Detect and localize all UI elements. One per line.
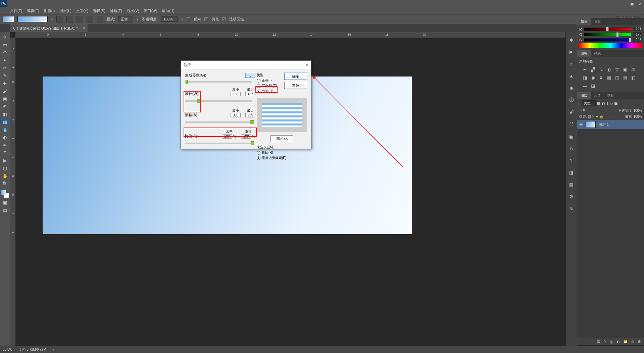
tab-styles[interactable]: 样式 [591, 50, 604, 57]
dodge-tool[interactable]: ◐ [1, 134, 9, 141]
layer-thumb[interactable] [586, 121, 596, 128]
maximize-button[interactable]: ▣ [628, 1, 636, 7]
close-button[interactable]: ✕ [636, 1, 644, 7]
dither-checkbox[interactable] [204, 17, 208, 21]
b-value[interactable]: 243 [633, 38, 642, 42]
layer-opacity-value[interactable]: 100% [633, 109, 642, 112]
screen-mode-toggle[interactable]: ▤ [1, 207, 9, 213]
move-tool[interactable]: ✥ [1, 34, 9, 40]
eraser-tool[interactable]: ◧ [1, 111, 9, 117]
threshold-icon[interactable]: ◧ [630, 74, 636, 81]
posterize-icon[interactable]: ▤ [622, 74, 628, 81]
layer-fx-icon[interactable]: fx [603, 340, 606, 344]
layer-group-icon[interactable]: 📁 [623, 340, 628, 344]
filter-pixel-icon[interactable]: ▦ [597, 101, 600, 106]
wavelength-min-input[interactable] [231, 92, 241, 96]
color-spectrum[interactable] [579, 43, 642, 48]
info-panel-icon[interactable]: ⓘ [568, 97, 575, 103]
menu-file[interactable]: 文件(F) [10, 8, 22, 13]
generators-input[interactable] [245, 73, 255, 78]
layer-mask-icon[interactable]: ◫ [610, 340, 613, 344]
brush-panel-icon[interactable]: 🖌 [568, 109, 575, 115]
menu-view[interactable]: 视图(V) [127, 8, 139, 13]
menu-window[interactable]: 窗口(W) [144, 8, 157, 13]
actions-panel-icon[interactable]: ▶ [568, 48, 575, 55]
tab-color[interactable]: 颜色 [577, 18, 591, 25]
radio-repeat[interactable] [257, 156, 260, 160]
layer-name[interactable]: 图层 1 [598, 122, 609, 127]
menu-type[interactable]: 文字(Y) [76, 8, 89, 13]
photo-filter-icon[interactable]: ◉ [590, 74, 596, 81]
wavelength-max-input[interactable] [245, 92, 255, 96]
invert-icon[interactable]: ◫ [614, 74, 620, 81]
ruler-vertical[interactable]: 2 1 0 1 2 3 4 5 6 7 8 [10, 38, 15, 346]
r-slider[interactable] [584, 28, 631, 31]
amplitude-slider[interactable] [185, 121, 252, 123]
delete-layer-icon[interactable]: 🗑 [638, 340, 641, 344]
brightness-icon[interactable]: ☀ [582, 66, 588, 72]
properties-panel-icon[interactable]: ◉ [568, 85, 575, 91]
shape-tool[interactable]: ▢ [1, 165, 9, 171]
tab-channels[interactable]: 通道 [591, 92, 604, 99]
blend-mode-dropdown[interactable]: 正常 [579, 108, 586, 113]
randomize-button[interactable]: 随机化 [270, 135, 293, 142]
dialog-titlebar[interactable]: 波浪 ✕ [181, 61, 311, 69]
hue-icon[interactable]: ▣ [622, 66, 628, 72]
amplitude-max-input[interactable] [245, 113, 255, 117]
filter-smart-icon[interactable]: ▣ [614, 101, 617, 106]
gradient-picker[interactable] [17, 16, 48, 22]
lookup-icon[interactable]: ▦ [606, 74, 612, 81]
menu-image[interactable]: 图像(I) [44, 8, 55, 13]
menu-select[interactable]: 选择(S) [93, 8, 105, 13]
r-value[interactable]: 121 [633, 27, 642, 31]
menu-filter[interactable]: 滤镜(T) [110, 8, 122, 13]
layer-kind-dropdown[interactable]: 类型 [582, 100, 596, 106]
reverse-checkbox[interactable] [187, 17, 190, 21]
brushpresets-panel-icon[interactable]: ⠿ [568, 121, 575, 128]
grad-reflected-icon[interactable] [87, 16, 93, 22]
tool-presets-panel-icon[interactable]: ⚙ [568, 193, 575, 200]
clone-panel-icon[interactable]: ▣ [568, 133, 575, 140]
filter-type-icon[interactable]: T [606, 101, 609, 105]
opacity-value[interactable]: 100% [161, 16, 178, 22]
brightness-panel-icon[interactable]: ☼ [568, 60, 575, 67]
crop-tool[interactable]: ✂ [1, 64, 9, 71]
generators-slider[interactable] [185, 81, 252, 83]
zoom-tool[interactable]: 🔍 [1, 180, 9, 187]
gradient-map-icon[interactable]: ▬ [582, 83, 588, 89]
grad-angle-icon[interactable] [77, 16, 83, 22]
b-slider[interactable] [584, 38, 631, 42]
levels-icon[interactable]: ▞ [590, 66, 596, 72]
blur-tool[interactable]: 💧 [1, 126, 9, 133]
selective-icon[interactable]: ◪ [590, 83, 596, 89]
close-tab-icon[interactable]: × [83, 26, 85, 30]
char-panel-icon[interactable]: A [568, 145, 575, 152]
eyedropper-tool[interactable]: ✎ [1, 72, 9, 79]
reset-button[interactable]: 复位 [284, 82, 307, 89]
tab-adjustments[interactable]: 调整 [577, 50, 591, 57]
curves-icon[interactable]: ∿ [598, 66, 604, 72]
histogram-panel-icon[interactable]: ▲ [568, 72, 575, 79]
exposure-icon[interactable]: ◐ [606, 66, 612, 72]
zoom-level[interactable]: 60.5% [3, 348, 12, 351]
grad-linear-icon[interactable] [56, 16, 63, 22]
visibility-icon[interactable]: 👁 [579, 122, 583, 127]
filter-shape-icon[interactable]: ▱ [610, 101, 613, 106]
bw-icon[interactable]: ◨ [582, 74, 588, 81]
amplitude-min-input[interactable] [231, 113, 241, 117]
close-icon[interactable]: ✕ [305, 63, 308, 67]
menu-help[interactable]: 帮助(H) [162, 8, 174, 13]
transparency-checkbox[interactable] [222, 17, 226, 21]
lasso-tool[interactable]: ◠ [1, 49, 9, 56]
stamp-tool[interactable]: ▣ [1, 95, 9, 102]
link-layers-icon[interactable]: ⛓ [596, 340, 600, 344]
ok-button[interactable]: 确定 [284, 73, 307, 80]
grad-diamond-icon[interactable] [97, 16, 103, 22]
radio-wrap[interactable] [257, 151, 260, 155]
foreground-swatch[interactable] [1, 190, 6, 195]
tab-paths[interactable]: 路径 [604, 92, 617, 99]
mode-dropdown[interactable]: 正常 [118, 16, 133, 22]
doc-size[interactable]: 文档:6.72M/6.72M [19, 347, 46, 352]
filter-adjust-icon[interactable]: ◐ [602, 101, 605, 106]
layer-item[interactable]: 👁 图层 1 [577, 120, 644, 129]
